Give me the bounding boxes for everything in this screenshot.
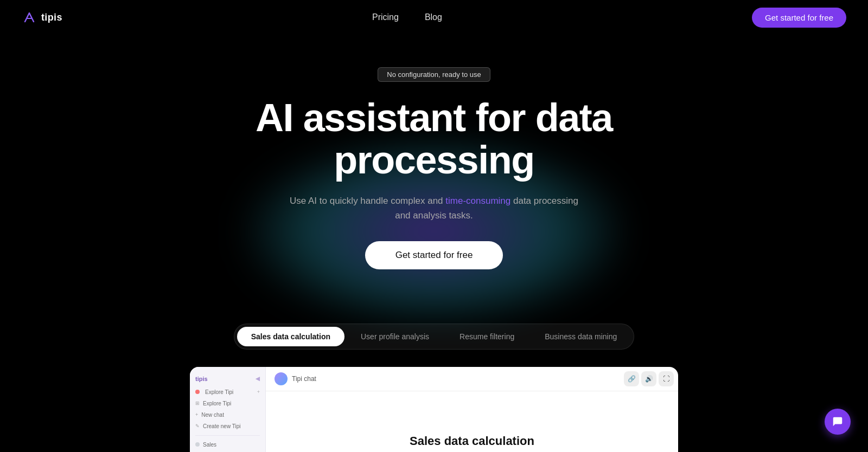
demo-card: 🔗 🔊 ⛶ tipis ◀ Explore Tipi + ⊞ Explore T… xyxy=(190,367,678,452)
demo-collapse-icon: ◀ xyxy=(256,376,260,382)
chat-support-button[interactable] xyxy=(825,409,851,435)
tab-sales-data[interactable]: Sales data calculation xyxy=(237,327,344,346)
hero-section: No configuration, ready to use AI assist… xyxy=(0,35,868,291)
tabs-section: Sales data calculation User profile anal… xyxy=(0,291,868,452)
demo-team-label: Explore Tipi xyxy=(205,389,233,395)
demo-card-controls: 🔗 🔊 ⛶ xyxy=(624,371,674,386)
subtitle-before: Use AI to quickly handle complex and xyxy=(290,196,445,206)
demo-explore-label: Explore Tipi xyxy=(203,401,231,406)
demo-card-inner: tipis ◀ Explore Tipi + ⊞ Explore Tipi + … xyxy=(190,367,678,452)
hero-cta-button[interactable]: Get started for free xyxy=(365,241,503,269)
demo-topbar: Tipi chat xyxy=(266,367,678,391)
demo-sidebar-team[interactable]: Explore Tipi + xyxy=(190,386,265,398)
demo-brand: tipis xyxy=(195,376,208,382)
demo-expand-button[interactable]: ⛶ xyxy=(659,371,674,386)
tab-business-data[interactable]: Business data mining xyxy=(531,327,631,346)
demo-sidebar-divider-1 xyxy=(195,435,260,436)
demo-main: Tipi chat Sales data calculation Tipis G… xyxy=(266,367,678,452)
hero-badge: No configuration, ready to use xyxy=(378,67,490,82)
demo-link-button[interactable]: 🔗 xyxy=(624,371,639,386)
demo-sales-label: Sales xyxy=(203,442,216,448)
tab-resume-filtering[interactable]: Resume filtering xyxy=(445,327,528,346)
navbar: tipis Pricing Blog Get started for free xyxy=(0,0,868,35)
demo-sidebar-new-chat[interactable]: + New chat xyxy=(190,409,265,421)
demo-avatar xyxy=(275,372,288,385)
subtitle-highlight: time-consuming xyxy=(445,196,510,206)
demo-topbar-title: Tipi chat xyxy=(292,375,316,383)
tab-user-profile[interactable]: User profile analysis xyxy=(347,327,443,346)
demo-content-title: Sales data calculation xyxy=(410,434,534,448)
demo-sidebar-sales[interactable]: Sales xyxy=(190,439,265,450)
tabs-bar: Sales data calculation User profile anal… xyxy=(234,324,635,350)
nav-cta-button[interactable]: Get started for free xyxy=(752,8,846,28)
demo-sidebar-create-tipi[interactable]: ✎ Create new Tipi xyxy=(190,421,265,432)
logo-icon xyxy=(22,10,37,25)
demo-audio-button[interactable]: 🔊 xyxy=(641,371,656,386)
logo-link[interactable]: tipis xyxy=(22,10,62,25)
demo-sidebar-explore[interactable]: ⊞ Explore Tipi xyxy=(190,398,265,409)
hero-title: AI assistant for data processing xyxy=(201,97,667,182)
logo-text: tipis xyxy=(41,12,62,23)
demo-sidebar: tipis ◀ Explore Tipi + ⊞ Explore Tipi + … xyxy=(190,367,266,452)
nav-links: Pricing Blog xyxy=(372,12,442,22)
nav-link-blog[interactable]: Blog xyxy=(425,12,442,22)
hero-subtitle: Use AI to quickly handle complex and tim… xyxy=(288,193,580,223)
nav-link-pricing[interactable]: Pricing xyxy=(372,12,399,22)
demo-create-tipi-label: Create new Tipi xyxy=(203,423,240,429)
demo-new-chat-label: New chat xyxy=(201,412,224,418)
chat-icon xyxy=(832,416,844,428)
demo-sidebar-header: tipis ◀ xyxy=(190,373,265,386)
